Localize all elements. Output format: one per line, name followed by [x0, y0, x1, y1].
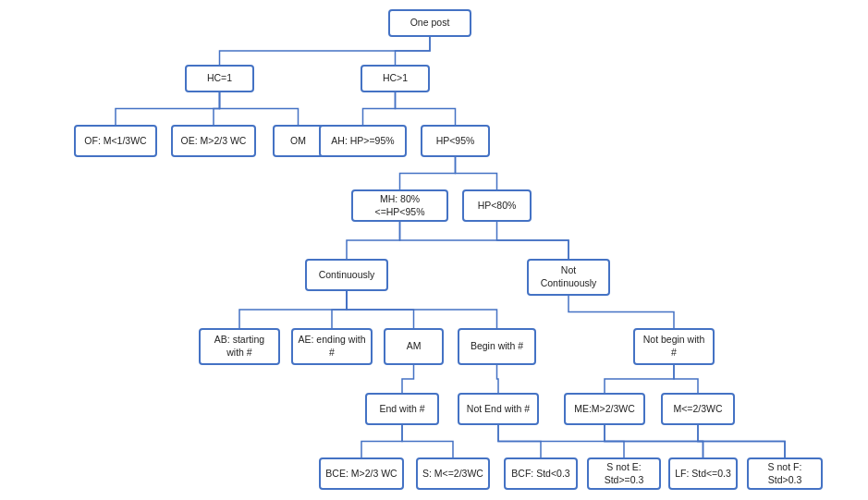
- node-hpl80: HP<80%: [462, 189, 532, 222]
- node-hcg1: HC>1: [361, 65, 430, 92]
- node-endwith: End with #: [365, 393, 439, 425]
- node-hpl95: HP<95%: [421, 125, 490, 157]
- node-bce: BCE: M>2/3 WC: [319, 457, 404, 490]
- tree-container: One postHC=1HC>1OF: M<1/3WCOE: M>2/3 WCO…: [0, 0, 868, 500]
- node-mh: MH: 80%<=HP<95%: [351, 189, 448, 222]
- node-om: OM: [273, 125, 324, 157]
- node-snotE: S not E: Std>=0.3: [587, 457, 661, 490]
- node-beginwith: Begin with #: [458, 328, 536, 365]
- node-mewc: ME:M>2/3WC: [564, 393, 645, 425]
- node-snotF: S not F: Std>0.3: [747, 457, 823, 490]
- node-ah: AH: HP>=95%: [319, 125, 407, 157]
- node-notbeginwith: Not begin with #: [633, 328, 715, 365]
- node-am: AM: [384, 328, 444, 365]
- node-continuously: Continuously: [305, 259, 388, 291]
- node-onepost: One post: [388, 9, 471, 37]
- node-oe: OE: M>2/3 WC: [171, 125, 256, 157]
- node-ae: AE: ending with #: [291, 328, 373, 365]
- node-bcf: BCF: Std<0.3: [504, 457, 578, 490]
- node-ab: AB: starting with #: [199, 328, 280, 365]
- node-mle2_3wc: M<=2/3WC: [661, 393, 735, 425]
- node-of: OF: M<1/3WC: [74, 125, 157, 157]
- node-notendwith: Not End with #: [458, 393, 539, 425]
- node-lf: LF: Std<=0.3: [668, 457, 738, 490]
- node-notcontinuously: Not Continuously: [527, 259, 610, 296]
- node-s: S: M<=2/3WC: [416, 457, 490, 490]
- node-hc1: HC=1: [185, 65, 254, 92]
